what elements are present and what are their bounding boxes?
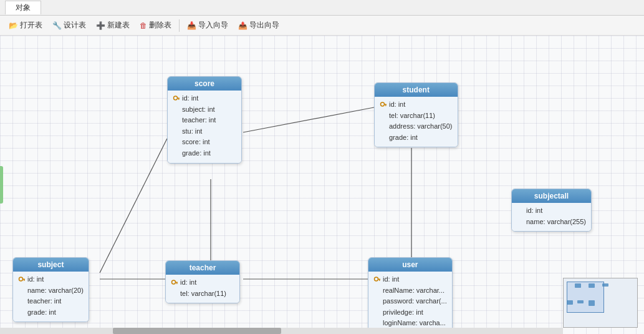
table-teacher-body: id: inttel: varchar(11) xyxy=(166,275,239,303)
key-icon xyxy=(380,101,387,109)
horizontal-scrollbar[interactable] xyxy=(0,328,563,334)
field-label-subject: subject: int xyxy=(182,104,215,115)
design-icon: 🔧 xyxy=(52,21,62,30)
field-subject-id: id: int xyxy=(18,274,84,285)
field-label-stu: stu: int xyxy=(182,126,202,137)
field-teacher-tel: tel: varchar(11) xyxy=(171,288,234,300)
key-icon xyxy=(171,279,178,287)
svg-point-12 xyxy=(19,277,23,281)
field-user-priviledge: priviledge: int xyxy=(373,307,447,318)
field-label-grade: grade: int xyxy=(389,132,418,144)
field-user-realName: realName: varchar... xyxy=(373,285,447,297)
table-subject-header: subject xyxy=(13,258,89,272)
svg-line-0 xyxy=(243,107,374,132)
field-score-subject: subject: int xyxy=(173,104,236,115)
key-icon xyxy=(173,95,180,102)
svg-rect-14 xyxy=(24,280,25,281)
connectors-svg xyxy=(0,36,644,334)
table-score-header: score xyxy=(168,77,241,91)
top-bar: 对象 xyxy=(0,0,644,16)
field-label-teacher: teacher: int xyxy=(182,115,216,126)
field-label-id: id: int xyxy=(383,274,399,285)
open-table-button[interactable]: 📂 打开表 xyxy=(5,19,46,32)
import-icon: 📥 xyxy=(187,21,196,30)
field-label-id: id: int xyxy=(180,277,196,288)
field-teacher-id: id: int xyxy=(171,277,234,288)
field-label-score: score: int xyxy=(182,137,210,148)
field-label-realName: realName: varchar... xyxy=(383,285,445,297)
field-subject-grade: grade: int xyxy=(18,307,84,318)
svg-point-18 xyxy=(375,277,378,281)
import-wizard-button[interactable]: 📥 导入向导 xyxy=(183,19,232,32)
field-user-id: id: int xyxy=(373,274,447,285)
table-subjectall-header: subjectall xyxy=(512,189,591,203)
delete-icon: 🗑 xyxy=(140,21,147,30)
export-icon: 📤 xyxy=(238,21,248,30)
field-score-score: score: int xyxy=(173,137,236,148)
table-user-body: id: intrealName: varchar...password: var… xyxy=(368,272,452,333)
left-indicator xyxy=(0,166,3,204)
new-table-button[interactable]: ➕ 新建表 xyxy=(92,19,133,32)
table-teacher[interactable]: teacher id: inttel: varchar(11) xyxy=(165,260,240,303)
table-teacher-header: teacher xyxy=(166,261,239,275)
table-student-header: student xyxy=(375,83,458,97)
svg-rect-13 xyxy=(22,278,25,280)
field-label-priviledge: priviledge: int xyxy=(383,307,423,318)
key-icon xyxy=(373,276,381,283)
svg-point-15 xyxy=(172,280,176,284)
svg-rect-11 xyxy=(385,105,387,106)
svg-rect-20 xyxy=(379,280,380,281)
new-table-icon: ➕ xyxy=(96,21,105,30)
field-subjectall-id: id: int xyxy=(517,205,586,217)
table-subjectall-body: id: intname: varchar(255) xyxy=(512,203,591,231)
field-label-password: password: varchar(... xyxy=(383,296,447,307)
table-user[interactable]: user id: intrealName: varchar...password… xyxy=(368,257,453,333)
field-subject-teacher: teacher: int xyxy=(18,296,84,307)
erd-canvas[interactable]: score id: intsubject: intteacher: intstu… xyxy=(0,36,644,334)
field-score-teacher: teacher: int xyxy=(173,115,236,126)
field-student-grade: grade: int xyxy=(380,132,453,144)
field-label-teacher: teacher: int xyxy=(27,296,61,307)
toolbar-divider xyxy=(179,19,180,32)
design-table-button[interactable]: 🔧 设计表 xyxy=(49,19,90,32)
table-student[interactable]: student id: inttel: varchar(11)address: … xyxy=(374,82,458,147)
field-label-id: id: int xyxy=(27,274,44,285)
tab-objects[interactable]: 对象 xyxy=(5,1,41,14)
table-subjectall[interactable]: subjectallid: intname: varchar(255) xyxy=(511,189,592,232)
field-subjectall-name: name: varchar(255) xyxy=(517,217,586,228)
table-subject-body: id: intname: varchar(20)teacher: intgrad… xyxy=(13,272,89,322)
field-label-grade: grade: int xyxy=(27,307,56,318)
field-subject-name: name: varchar(20) xyxy=(18,285,84,297)
svg-rect-17 xyxy=(176,283,178,284)
field-student-address: address: varchar(50) xyxy=(380,121,453,132)
field-label-grade: grade: int xyxy=(182,148,211,159)
open-table-icon: 📂 xyxy=(9,21,18,30)
table-score[interactable]: score id: intsubject: intteacher: intstu… xyxy=(167,76,242,164)
table-subject[interactable]: subject id: intname: varchar(20)teacher:… xyxy=(12,257,89,322)
field-label-address: address: varchar(50) xyxy=(389,121,453,132)
svg-rect-16 xyxy=(175,282,178,283)
svg-rect-10 xyxy=(384,104,387,105)
field-label-tel: tel: varchar(11) xyxy=(389,111,435,122)
field-score-grade: grade: int xyxy=(173,148,236,159)
delete-table-button[interactable]: 🗑 删除表 xyxy=(136,19,175,32)
table-student-body: id: inttel: varchar(11)address: varchar(… xyxy=(375,97,458,147)
field-score-id: id: int xyxy=(173,93,236,104)
table-user-header: user xyxy=(368,258,452,272)
export-wizard-button[interactable]: 📤 导出向导 xyxy=(234,19,283,32)
svg-point-6 xyxy=(174,96,178,100)
field-label-tel: tel: varchar(11) xyxy=(180,288,226,300)
toolbar: 📂 打开表 🔧 设计表 ➕ 新建表 🗑 删除表 📥 导入向导 📤 导出向导 xyxy=(0,16,644,36)
field-label-id: id: int xyxy=(526,205,542,217)
scrollbar-thumb[interactable] xyxy=(113,328,282,334)
key-icon xyxy=(18,276,26,283)
field-student-id: id: int xyxy=(380,99,453,111)
minimap-viewport xyxy=(567,282,604,313)
svg-rect-19 xyxy=(378,278,380,280)
minimap xyxy=(563,278,638,328)
field-user-password: password: varchar(... xyxy=(373,296,447,307)
field-label-id: id: int xyxy=(182,93,198,104)
svg-line-2 xyxy=(100,139,167,273)
svg-rect-8 xyxy=(178,99,180,100)
svg-point-9 xyxy=(381,102,385,106)
